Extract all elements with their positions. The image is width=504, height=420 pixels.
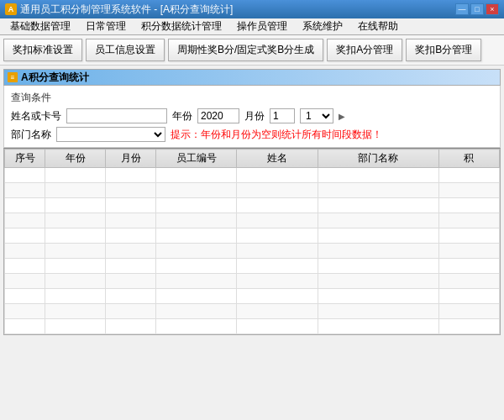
maximize-button[interactable]: □	[470, 3, 484, 15]
panel-title: A积分查询统计	[21, 71, 89, 85]
col-emp-id: 员工编号	[156, 150, 237, 168]
menu-basic-data[interactable]: 基础数据管理	[3, 18, 77, 35]
col-seq: 序号	[5, 150, 45, 168]
query-area: 查询条件 姓名或卡号 年份 月份 1234 5678 9101112 ▶ 部门名…	[3, 86, 501, 148]
panel-header: ≡ A积分查询统计	[3, 69, 501, 86]
hint-text: 提示：年份和月份为空则统计所有时间段数据！	[171, 128, 382, 142]
menu-maintenance[interactable]: 系统维护	[296, 18, 349, 35]
table-row	[5, 244, 500, 259]
menu-help[interactable]: 在线帮助	[351, 18, 405, 35]
col-month: 月份	[106, 150, 156, 168]
name-card-input[interactable]	[66, 108, 167, 123]
award-b-manage-button[interactable]: 奖扣B分管理	[406, 39, 481, 61]
toolbar: 奖扣标准设置 员工信息设置 周期性奖B分/固定式奖B分生成 奖扣A分管理 奖扣B…	[0, 35, 504, 66]
title-bar-controls: — □ ×	[455, 3, 499, 15]
month-input[interactable]	[270, 108, 295, 123]
month-label: 月份	[244, 109, 265, 123]
table-row	[5, 274, 500, 289]
col-dept: 部门名称	[318, 150, 438, 168]
month-dropdown[interactable]: 1234 5678 9101112	[300, 108, 333, 123]
panel-icon: ≡	[8, 72, 18, 82]
menu-operator[interactable]: 操作员管理	[230, 18, 294, 35]
employee-info-button[interactable]: 员工信息设置	[86, 39, 165, 61]
minimize-button[interactable]: —	[455, 3, 469, 15]
app-icon: A	[5, 3, 17, 15]
table-row	[5, 168, 500, 183]
award-standard-button[interactable]: 奖扣标准设置	[3, 39, 82, 61]
dept-select[interactable]	[56, 127, 165, 142]
table-row	[5, 213, 500, 228]
table-row	[5, 259, 500, 274]
col-score: 积	[438, 150, 499, 168]
dept-label: 部门名称	[11, 128, 51, 142]
query-section-label: 查询条件	[11, 91, 493, 105]
query-row-2: 部门名称 提示：年份和月份为空则统计所有时间段数据！	[11, 127, 493, 142]
table-row	[5, 198, 500, 213]
data-table-wrapper: 序号 年份 月份 员工编号 姓名 部门名称 积	[3, 148, 501, 335]
periodic-award-button[interactable]: 周期性奖B分/固定式奖B分生成	[168, 39, 323, 61]
table-row	[5, 228, 500, 244]
award-a-manage-button[interactable]: 奖扣A分管理	[327, 39, 402, 61]
scroll-right-indicator: ▶	[339, 112, 350, 121]
panel-container: ≡ A积分查询统计 查询条件 姓名或卡号 年份 月份 1234 5678 910…	[0, 66, 504, 335]
year-label: 年份	[172, 109, 192, 123]
table-row	[5, 304, 500, 319]
col-year: 年份	[45, 150, 106, 168]
name-card-label: 姓名或卡号	[11, 109, 61, 123]
table-row	[5, 319, 500, 334]
col-name: 姓名	[237, 150, 318, 168]
query-row-1: 姓名或卡号 年份 月份 1234 5678 9101112 ▶	[11, 108, 493, 123]
menu-daily[interactable]: 日常管理	[79, 18, 133, 35]
table-row	[5, 183, 500, 198]
data-table: 序号 年份 月份 员工编号 姓名 部门名称 积	[4, 149, 500, 334]
title-bar: A 通用员工积分制管理系统软件 - [A积分查询统计] — □ ×	[0, 0, 504, 18]
year-input[interactable]	[197, 108, 239, 123]
table-row	[5, 289, 500, 304]
title-bar-text: 通用员工积分制管理系统软件 - [A积分查询统计]	[20, 3, 455, 17]
close-button[interactable]: ×	[486, 3, 499, 15]
menu-bar: 基础数据管理 日常管理 积分数据统计管理 操作员管理 系统维护 在线帮助	[0, 18, 504, 35]
menu-stats[interactable]: 积分数据统计管理	[134, 18, 228, 35]
